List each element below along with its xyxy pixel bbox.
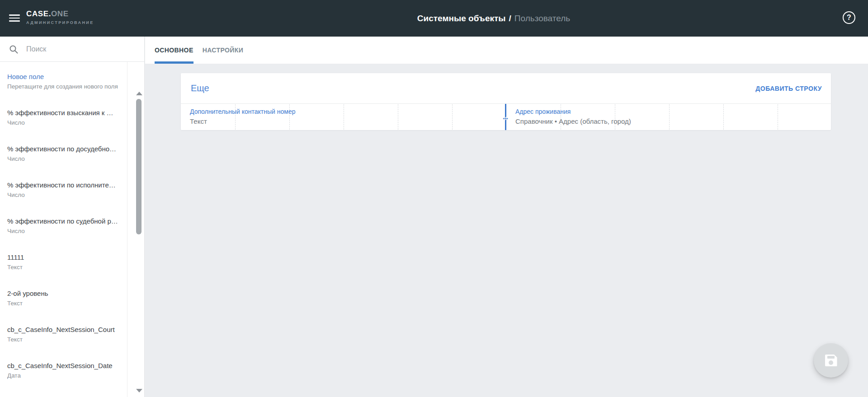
sidebar-item-field[interactable]: % эффективности по судебной р… Число [0,210,127,247]
field-type: Дата [7,372,127,379]
tab-main[interactable]: ОСНОВНОЕ [155,37,193,64]
sidebar-item-field[interactable]: cb_c_CaseInfo_NextSession_Date Дата [0,355,127,391]
fields-list: Новое поле Перетащите для создания новог… [0,62,127,397]
tab-bar: ОСНОВНОЕ НАСТРОЙКИ [145,37,868,64]
list-divider [127,62,127,397]
menu-icon[interactable] [9,14,20,22]
grid-line [344,104,344,130]
breadcrumb-section[interactable]: Системные объекты [417,14,506,23]
resize-arrow-icon[interactable]: ↔ [501,113,510,121]
breadcrumb: Системные объекты / Пользователь [145,0,843,37]
field-type: Число [7,119,127,126]
tab-label: ОСНОВНОЕ [155,47,193,54]
save-icon [825,355,837,366]
field-type: Число [7,191,127,199]
field-type: Текст [7,300,127,307]
grid-line [778,104,778,130]
field-title: 11111 [7,253,127,262]
logo-brand-secondary: ONE [51,9,69,18]
field-title: Новое поле [7,72,127,81]
field-title: cb_c_CaseInfo_NextSession_Date [7,361,127,370]
field-title: cb_c_CaseInfo_NextSession_Court [7,325,127,334]
row-field-type: Справочник • Адрес (область, город) [515,117,631,126]
field-title: % эффективности по судебной р… [7,217,127,225]
section-title[interactable]: Еще [191,83,209,93]
field-title: 2-ой уровень [7,289,127,298]
app-logo: CASE.ONE АДМИНИСТРИРОВАНИЕ [26,9,94,25]
sidebar-item-field[interactable]: 2-ой уровень Текст [0,283,127,319]
field-subtitle: Перетащите для создания нового поля [7,83,127,90]
row-field-address[interactable]: Адрес проживания Справочник • Адрес (обл… [515,107,631,126]
sidebar-scrollbar[interactable] [135,62,143,397]
field-title: % эффективности по досудебно… [7,145,127,153]
sidebar-item-field[interactable]: % эффективности по досудебно… Число [0,138,127,174]
logo-subtitle: АДМИНИСТРИРОВАНИЕ [26,20,94,25]
top-bar: CASE.ONE АДМИНИСТРИРОВАНИЕ Системные объ… [0,0,868,37]
help-glyph: ? [847,14,851,22]
help-icon[interactable]: ? [843,11,855,24]
row-field-type: Текст [190,117,296,126]
breadcrumb-separator: / [509,14,511,23]
grid-line [723,104,724,130]
section-card: Еще ДОБАВИТЬ СТРОКУ ↔ Дополнительный кон… [181,73,831,130]
scroll-up-icon[interactable] [136,92,142,95]
scroll-down-icon[interactable] [136,389,142,392]
scrollbar-thumb[interactable] [136,99,142,234]
sidebar-item-field[interactable]: cb_c_CaseInfo_NextSession_Court Текст [0,319,127,355]
field-type: Текст [7,264,127,271]
logo-brand-primary: CASE. [26,9,51,18]
row-field-name: Дополнительный контактный номер [190,107,296,116]
grid-line [398,104,398,130]
grid-line [452,104,453,130]
field-title: % эффективности по исполните… [7,181,127,189]
fields-sidebar: Новое поле Перетащите для создания новог… [0,37,145,397]
row-field-contact-number[interactable]: Дополнительный контактный номер Текст [190,107,296,126]
tab-label: НАСТРОЙКИ [203,47,244,54]
fields-row: ↔ Дополнительный контактный номер Текст … [181,103,831,130]
sidebar-item-new-field[interactable]: Новое поле Перетащите для создания новог… [0,66,127,102]
field-type: Число [7,228,127,235]
grid-line [669,104,670,130]
field-type: Текст [7,336,127,343]
search-row [0,37,144,62]
field-type: Число [7,155,127,163]
row-field-name: Адрес проживания [515,107,631,116]
tab-settings[interactable]: НАСТРОЙКИ [203,37,244,64]
add-row-button[interactable]: ДОБАВИТЬ СТРОКУ [755,82,823,95]
main-content: ОСНОВНОЕ НАСТРОЙКИ Еще ДОБАВИТЬ СТРОКУ ↔… [145,37,868,397]
sidebar-item-field[interactable]: % эффективности взыскания к … Число [0,102,127,138]
search-input[interactable] [26,45,117,53]
card-header: Еще ДОБАВИТЬ СТРОКУ [181,73,831,103]
sidebar-item-field[interactable]: 11111 Текст [0,247,127,283]
breadcrumb-current: Пользователь [514,14,570,23]
sidebar-item-field[interactable]: % эффективности по исполните… Число [0,174,127,210]
field-title: % эффективности взыскания к … [7,108,127,117]
save-button[interactable] [814,343,848,378]
search-icon [8,44,19,55]
